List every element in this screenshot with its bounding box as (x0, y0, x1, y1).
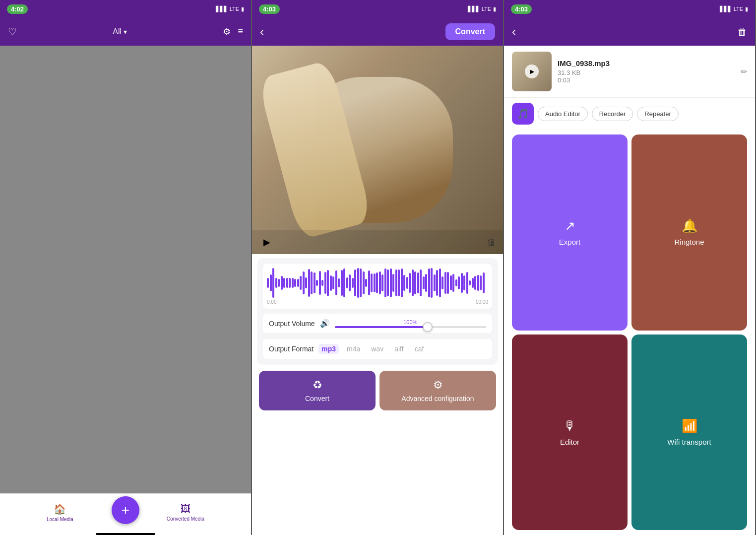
audio-editor-chip[interactable]: Audio Editor (538, 107, 588, 121)
status-icons-1: ▋▋▋ LTE ▮ (216, 6, 244, 12)
format-mp3[interactable]: mp3 (318, 344, 339, 354)
battery-icon-3: ▮ (745, 6, 748, 12)
lte-label-3: LTE (734, 6, 743, 12)
editor-tile[interactable]: 🎙 Editor (512, 334, 628, 531)
gallery-icon: 🖼 (181, 503, 190, 515)
nav-local-media[interactable]: 🏠 Local Media (47, 503, 73, 522)
play-button[interactable]: ▶ (259, 234, 275, 250)
header-icons: ⚙ ≡ (223, 26, 243, 37)
status-bar-3: 4:03 ▋▋▋ LTE ▮ (504, 0, 755, 18)
panel1-content (0, 46, 251, 493)
status-icons-3: ▋▋▋ LTE ▮ (720, 6, 748, 12)
waveform-end: 00:00 (476, 299, 488, 305)
file-play-button[interactable]: ▶ (525, 65, 539, 78)
convert-action-icon: ♻ (313, 379, 322, 392)
edit-icon[interactable]: ✏ (741, 67, 747, 76)
ringtone-tile[interactable]: 🔔 Ringtone (631, 134, 747, 331)
back-icon-2[interactable]: ‹ (260, 25, 264, 39)
volume-label: Output Volume (269, 320, 315, 328)
status-icons-2: ▋▋▋ LTE ▮ (468, 6, 496, 12)
conversion-panel: 0:00 00:00 Output Volume 🔊 100% Output F… (257, 258, 498, 365)
settings-icon[interactable]: ⚙ (223, 26, 231, 37)
volume-track[interactable] (335, 326, 486, 328)
waveform-container: 0:00 00:00 (263, 264, 492, 309)
status-bar-1: 4:02 ▋▋▋ LTE ▮ (0, 0, 251, 18)
signal-icon-3: ▋▋▋ (720, 6, 732, 12)
local-media-label: Local Media (47, 517, 73, 522)
back-icon-3[interactable]: ‹ (512, 25, 516, 39)
volume-fill (335, 326, 426, 328)
file-details: IMG_0938.mp3 31.3 KB 0:03 (558, 59, 735, 84)
convert-action-label: Convert (305, 395, 329, 402)
export-label: Export (559, 238, 580, 246)
dropdown-icon: ▾ (124, 28, 127, 36)
lte-label-2: LTE (482, 6, 491, 12)
video-preview: ▶ 🗑 (252, 46, 503, 254)
volume-slider-wrap: 100% (335, 319, 486, 328)
export-tile[interactable]: ↗ Export (512, 134, 628, 331)
wifi-icon: 📶 (682, 418, 697, 434)
nav-converted-media[interactable]: 🖼 Converted Media (167, 503, 204, 522)
converted-media-label: Converted Media (167, 516, 204, 522)
sort-icon[interactable]: ≡ (238, 26, 243, 37)
panel1-bottom-nav: 🏠 Local Media + 🖼 Converted Media (0, 493, 251, 533)
advanced-icon: ⚙ (433, 379, 443, 392)
file-thumbnail: ▶ (512, 52, 552, 91)
waveform-times: 0:00 00:00 (267, 299, 488, 305)
tools-row: 🎵 Audio Editor Recorder Repeater (504, 98, 755, 130)
wifi-label: Wifi transport (667, 438, 711, 446)
format-row: Output Format mp3 m4a wav aiff caf (263, 339, 492, 359)
panel1-header: ♡ All ▾ ⚙ ≡ (0, 18, 251, 46)
battery-icon-2: ▮ (493, 6, 496, 12)
editor-icon: 🎙 (564, 418, 576, 434)
status-time-1: 4:02 (7, 4, 28, 14)
ringtone-icon: 🔔 (682, 218, 697, 234)
volume-thumb[interactable] (423, 322, 433, 332)
volume-icon: 🔊 (320, 319, 330, 328)
file-info-row: ▶ IMG_0938.mp3 31.3 KB 0:03 ✏ (504, 46, 755, 98)
waveform-start: 0:00 (267, 299, 276, 305)
format-aiff[interactable]: aiff (391, 344, 406, 354)
panel-2: 4:03 ▋▋▋ LTE ▮ ‹ Convert ▶ 🗑 0:00 00 (252, 0, 504, 535)
all-label: All (113, 27, 122, 36)
volume-percent: 100% (403, 319, 417, 325)
file-duration: 0:03 (558, 76, 735, 84)
action-grid: ↗ Export 🔔 Ringtone 🎙 Editor 📶 Wifi tran… (504, 130, 755, 535)
home-icon: 🏠 (54, 503, 66, 515)
advanced-label: Advanced configuration (401, 395, 474, 402)
convert-action-button[interactable]: ♻ Convert (259, 371, 376, 410)
add-button[interactable]: + (112, 496, 139, 524)
all-dropdown[interactable]: All ▾ (113, 27, 127, 36)
repeater-chip[interactable]: Repeater (637, 107, 678, 121)
file-name: IMG_0938.mp3 (558, 59, 735, 67)
status-time-2: 4:03 (259, 4, 280, 14)
panel2-header: ‹ Convert (252, 18, 503, 46)
trash-icon-3[interactable]: 🗑 (737, 26, 747, 38)
format-m4a[interactable]: m4a (344, 344, 363, 354)
file-size: 31.3 KB (558, 69, 735, 76)
status-time-3: 4:03 (511, 4, 532, 14)
convert-button[interactable]: Convert (445, 23, 495, 40)
ringtone-label: Ringtone (674, 238, 704, 246)
waveform (267, 268, 488, 298)
format-caf[interactable]: caf (412, 344, 427, 354)
advanced-config-button[interactable]: ⚙ Advanced configuration (379, 371, 496, 410)
delete-video-button[interactable]: 🗑 (487, 237, 496, 248)
signal-icon-1: ▋▋▋ (216, 6, 228, 12)
action-buttons: ♻ Convert ⚙ Advanced configuration (252, 369, 503, 417)
add-icon: + (122, 502, 129, 518)
panel-3: 4:03 ▋▋▋ LTE ▮ ‹ 🗑 ▶ IMG_0938.mp3 31.3 K… (504, 0, 756, 535)
video-thumbnail (252, 46, 503, 254)
recorder-chip[interactable]: Recorder (592, 107, 633, 121)
volume-row: Output Volume 🔊 100% (263, 314, 492, 333)
status-bar-2: 4:03 ▋▋▋ LTE ▮ (252, 0, 503, 18)
app-icon-box: 🎵 (512, 103, 534, 125)
heart-icon[interactable]: ♡ (8, 26, 17, 38)
app-icon: 🎵 (517, 108, 529, 120)
editor-label: Editor (560, 438, 579, 446)
video-control-bar: ▶ 🗑 (252, 230, 503, 254)
format-label: Output Format (269, 345, 314, 353)
wifi-tile[interactable]: 📶 Wifi transport (631, 334, 747, 531)
signal-icon-2: ▋▋▋ (468, 6, 480, 12)
format-wav[interactable]: wav (368, 344, 386, 354)
